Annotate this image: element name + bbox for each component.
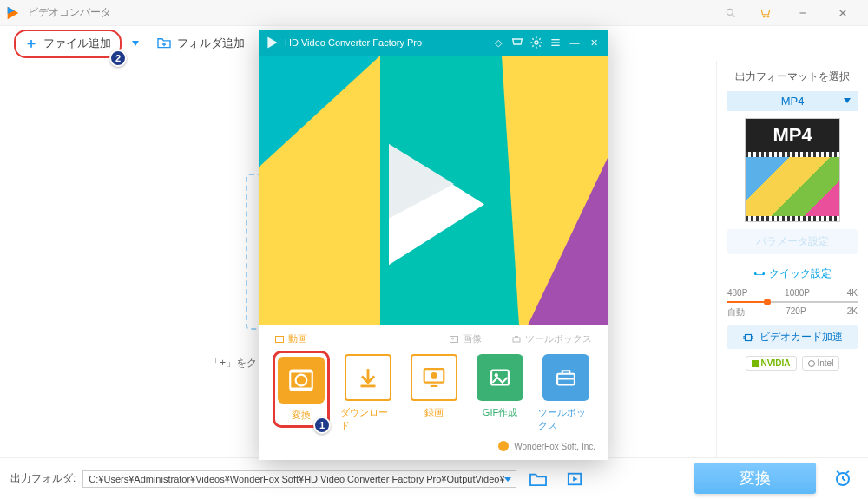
launcher-tiles: 変換 1 ダウンロード 録画 GIF作成 ツールボックス — [259, 345, 608, 437]
tile-gif[interactable]: GIF作成 — [472, 354, 528, 419]
svg-rect-36 — [276, 336, 284, 342]
category-toolbox: ツールボックス — [511, 332, 592, 345]
chip-icon — [742, 332, 754, 344]
svg-point-2 — [727, 9, 733, 15]
svg-rect-43 — [290, 388, 312, 391]
search-icon[interactable] — [713, 1, 748, 25]
tile-record[interactable]: 録画 — [406, 354, 462, 419]
dropdown-icon[interactable] — [132, 41, 139, 46]
format-select-label: MP4 — [781, 95, 805, 108]
wonderfox-logo-icon — [498, 441, 509, 451]
film-strip-icon — [746, 152, 839, 221]
cart-icon[interactable] — [510, 36, 524, 49]
output-format-title: 出力フォーマットを選択 — [735, 69, 850, 84]
svg-point-5 — [767, 16, 769, 17]
gpu-vendor-chips: NVIDIA Intel — [746, 356, 840, 371]
resolution-slider[interactable]: 480P 1080P 4K 自動 720P 2K — [727, 288, 858, 318]
minimize-button[interactable] — [783, 1, 823, 25]
plus-icon: ＋ — [24, 35, 38, 53]
add-folder-label: フォルダ追加 — [177, 36, 245, 51]
format-thumbnail-label: MP4 — [746, 119, 839, 152]
close-button[interactable]: ✕ — [587, 36, 601, 49]
diamond-icon[interactable]: ◇ — [491, 36, 505, 49]
format-thumbnail[interactable]: MP4 — [745, 118, 840, 222]
svg-line-3 — [733, 14, 735, 16]
svg-rect-11 — [746, 334, 752, 340]
gear-icon[interactable] — [529, 36, 543, 49]
params-label: パラメータ設定 — [756, 235, 829, 247]
chevron-down-icon — [844, 98, 851, 103]
alarm-button[interactable] — [830, 466, 856, 490]
launcher-window: HD Video Converter Factory Pro ◇ — ✕ 動画 … — [259, 30, 608, 460]
svg-line-21 — [837, 471, 839, 473]
svg-marker-17 — [574, 476, 578, 481]
app-logo-icon — [5, 5, 21, 21]
quick-settings-title: クイック設定 — [753, 266, 831, 281]
launcher-footer: WonderFox Soft, Inc. — [259, 437, 608, 460]
nvidia-chip: NVIDIA — [746, 356, 797, 371]
add-folder-button[interactable]: フォルダ追加 — [148, 32, 253, 55]
format-select[interactable]: MP4 — [727, 91, 858, 111]
svg-rect-40 — [290, 371, 312, 391]
folder-plus-icon — [156, 36, 172, 51]
app-logo-icon — [266, 36, 279, 49]
svg-point-4 — [763, 16, 765, 17]
open-folder-button[interactable] — [523, 468, 553, 490]
add-file-label: ファイル追加 — [43, 36, 111, 51]
step-badge-1: 1 — [313, 417, 331, 434]
launcher-hero — [259, 56, 608, 325]
svg-rect-39 — [513, 338, 520, 342]
chevron-down-icon — [504, 477, 511, 482]
svg-rect-49 — [491, 371, 509, 385]
svg-line-22 — [846, 471, 849, 473]
launcher-categories: 動画 画像 ツールボックス — [259, 325, 608, 345]
right-panel: 出力フォーマットを選択 MP4 MP4 パラメータ設定 クイック設定 480P … — [716, 61, 868, 457]
app-title: ビデオコンバータ — [28, 5, 111, 20]
svg-point-24 — [535, 41, 538, 44]
category-video: 動画 — [274, 332, 307, 345]
clock-icon — [832, 468, 853, 489]
output-settings-button[interactable] — [560, 468, 589, 490]
output-folder-path[interactable]: C:¥Users¥Administrator¥Videos¥WonderFox … — [82, 470, 516, 488]
add-file-button[interactable]: ＋ ファイル追加 2 — [14, 30, 122, 58]
svg-rect-42 — [290, 371, 312, 373]
category-image: 画像 — [449, 332, 482, 345]
output-folder-label: 出力フォルダ: — [10, 471, 76, 486]
intel-chip: Intel — [802, 356, 840, 371]
svg-point-41 — [296, 375, 307, 386]
svg-rect-37 — [450, 336, 458, 342]
svg-line-20 — [843, 479, 845, 481]
launcher-title: HD Video Converter Factory Pro — [285, 37, 422, 48]
minimize-button[interactable]: — — [568, 36, 582, 49]
close-button[interactable] — [823, 1, 863, 25]
launcher-titlebar: HD Video Converter Factory Pro ◇ — ✕ — [259, 30, 608, 56]
cart-icon[interactable] — [748, 1, 783, 25]
tile-toolbox[interactable]: ツールボックス — [538, 354, 594, 432]
svg-point-47 — [431, 373, 437, 378]
params-button[interactable]: パラメータ設定 — [727, 229, 858, 254]
convert-button[interactable]: 変換 — [694, 463, 816, 494]
gpu-accel-button[interactable]: ビデオカード加速 — [727, 325, 858, 349]
tile-download[interactable]: ダウンロード — [340, 354, 396, 432]
tile-convert[interactable]: 変換 1 — [273, 351, 330, 428]
menu-icon[interactable] — [549, 36, 562, 49]
titlebar: ビデオコンバータ — [0, 0, 868, 26]
svg-point-38 — [452, 338, 454, 339]
svg-marker-23 — [267, 37, 277, 49]
